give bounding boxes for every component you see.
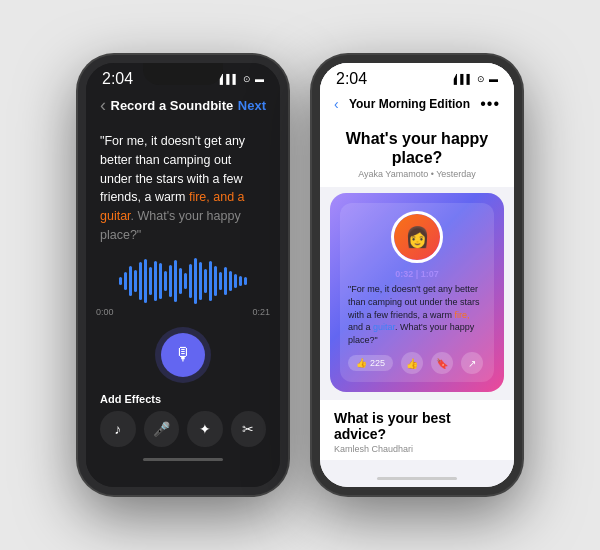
wave-bar <box>229 271 232 291</box>
mic-area: 🎙 <box>86 325 280 387</box>
waveform-area: 0:00 0:21 <box>86 251 280 325</box>
like-count: 225 <box>370 358 385 368</box>
nav-bar-right: ‹ Your Morning Edition ••• <box>320 91 514 119</box>
next-card: What is your best advice? Kamlesh Chaudh… <box>320 400 514 460</box>
notch-right <box>377 63 457 85</box>
wave-bar <box>159 263 162 299</box>
mic-button[interactable]: 🎙 <box>161 333 205 377</box>
wave-bar <box>124 272 127 290</box>
wave-bar <box>214 266 217 296</box>
back-button-right[interactable]: ‹ <box>334 96 339 112</box>
home-bar-right <box>377 477 457 480</box>
wave-bar <box>169 265 172 297</box>
wave-bar <box>209 261 212 301</box>
wave-bar <box>144 259 147 303</box>
status-icons-right: ▌▌▌ ⊙ ▬ <box>454 74 498 84</box>
battery-right: ▬ <box>489 74 498 84</box>
nav-title-left: Record a Soundbite <box>111 98 234 113</box>
avatar-area: 👩 <box>348 211 486 263</box>
waveform <box>96 257 270 305</box>
wave-bar <box>219 272 222 290</box>
home-bar-left <box>143 458 223 461</box>
wave-bar <box>194 258 197 304</box>
audio-card: 👩 0:32 | 1:07 "For me, it doesn't get an… <box>330 193 504 392</box>
effect-music[interactable]: ♪ <box>100 411 136 447</box>
audio-progress: 0:32 | 1:07 <box>348 269 486 279</box>
thumbsup-button[interactable]: 👍 <box>401 352 423 374</box>
left-phone: 2:04 ▌▌▌ ⊙ ▬ ‹ Record a Soundbite Next "… <box>78 55 288 495</box>
wave-bar <box>179 268 182 294</box>
effects-title: Add Effects <box>100 393 266 405</box>
like-icon: 👍 <box>356 358 367 368</box>
next-meta: Kamlesh Chaudhari <box>334 444 500 454</box>
avatar-ring: 👩 <box>391 211 443 263</box>
quote-area: "For me, it doesn't get any better than … <box>86 122 280 251</box>
wave-bar <box>184 273 187 289</box>
effects-row: ♪ 🎤 ✦ ✂ <box>100 411 266 447</box>
audio-quote-orange: fire, <box>455 310 470 320</box>
signal-right: ▌▌▌ <box>454 74 473 84</box>
quote-text: "For me, it doesn't get any better than … <box>100 132 266 245</box>
effect-voice[interactable]: 🎤 <box>144 411 180 447</box>
wave-bar <box>234 274 237 288</box>
wave-bar <box>129 266 132 296</box>
wifi-left: ⊙ <box>243 74 251 84</box>
card-meta: Ayaka Yamamoto • Yesterday <box>334 169 500 179</box>
wave-bar <box>139 262 142 300</box>
notch <box>143 63 223 85</box>
back-button-left[interactable]: ‹ <box>100 95 106 116</box>
effect-cut[interactable]: ✂ <box>231 411 267 447</box>
bookmark-button[interactable]: 🔖 <box>431 352 453 374</box>
right-phone: 2:04 ▌▌▌ ⊙ ▬ ‹ Your Morning Edition ••• … <box>312 55 522 495</box>
wave-bar <box>164 271 167 291</box>
avatar: 👩 <box>394 214 440 260</box>
wave-bar <box>154 261 157 301</box>
wave-bar <box>239 276 242 286</box>
wave-bar <box>134 270 137 292</box>
home-indicator-right <box>320 469 514 487</box>
time-right: 2:04 <box>336 70 367 88</box>
next-question: What is your best advice? <box>334 410 500 442</box>
audio-quote-blue: guitar <box>373 322 395 332</box>
audio-card-inner: 👩 0:32 | 1:07 "For me, it doesn't get an… <box>340 203 494 382</box>
audio-quote-part2: and a <box>348 322 373 332</box>
card-area: What's your happy place? Ayaka Yamamoto … <box>320 119 514 469</box>
time-end: 0:21 <box>252 307 270 317</box>
effect-sparkle[interactable]: ✦ <box>187 411 223 447</box>
signal-left: ▌▌▌ <box>220 74 239 84</box>
reactions-row: 👍 225 👍 🔖 ↗ <box>348 352 486 374</box>
time-start: 0:00 <box>96 307 114 317</box>
wave-bar <box>204 269 207 293</box>
card-question: What's your happy place? <box>334 129 500 167</box>
audio-quote: "For me, it doesn't get any better than … <box>348 283 486 346</box>
main-card: What's your happy place? Ayaka Yamamoto … <box>320 119 514 187</box>
like-button[interactable]: 👍 225 <box>348 355 393 371</box>
wave-bar <box>199 262 202 300</box>
share-button[interactable]: ↗ <box>461 352 483 374</box>
battery-left: ▬ <box>255 74 264 84</box>
more-button-right[interactable]: ••• <box>480 95 500 113</box>
wave-bar <box>244 277 247 285</box>
nav-title-right: Your Morning Edition <box>349 97 470 111</box>
next-button-left[interactable]: Next <box>238 98 266 113</box>
home-indicator-left <box>86 451 280 469</box>
time-labels: 0:00 0:21 <box>96 305 270 319</box>
effects-area: Add Effects ♪ 🎤 ✦ ✂ <box>86 387 280 451</box>
wave-bar <box>119 277 122 285</box>
time-left: 2:04 <box>102 70 133 88</box>
wave-bar <box>174 260 177 302</box>
wave-bar <box>149 267 152 295</box>
status-icons-left: ▌▌▌ ⊙ ▬ <box>220 74 264 84</box>
wave-bar <box>189 264 192 298</box>
wifi-right: ⊙ <box>477 74 485 84</box>
nav-bar-left: ‹ Record a Soundbite Next <box>86 91 280 122</box>
wave-bar <box>224 267 227 295</box>
